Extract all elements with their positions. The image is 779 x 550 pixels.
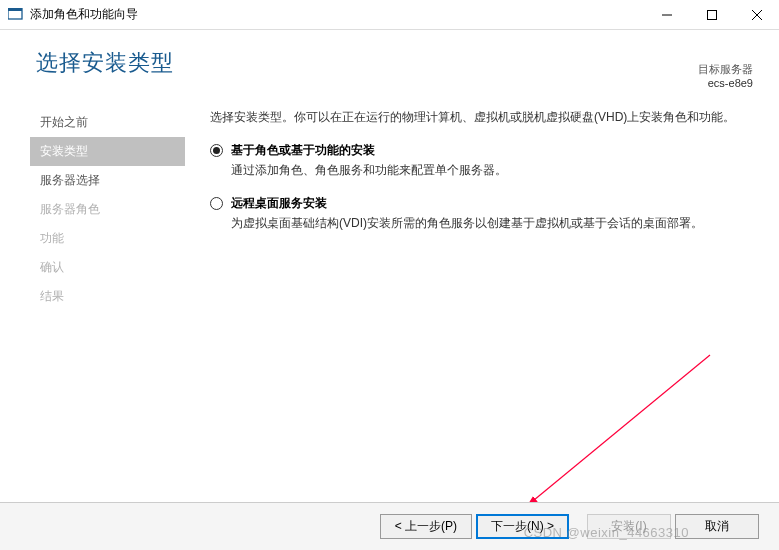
main-panel: 选择安装类型。你可以在正在运行的物理计算机、虚拟机或脱机虚拟硬盘(VHD)上安装… xyxy=(210,108,759,248)
install-button: 安装(I) xyxy=(587,514,671,539)
option-desc: 通过添加角色、角色服务和功能来配置单个服务器。 xyxy=(231,161,759,179)
svg-rect-1 xyxy=(8,8,22,11)
minimize-button[interactable] xyxy=(644,0,689,29)
annotation-arrow xyxy=(510,350,720,515)
header: 选择安装类型 xyxy=(36,48,759,78)
option-role-based[interactable]: 基于角色或基于功能的安装 通过添加角色、角色服务和功能来配置单个服务器。 xyxy=(210,142,759,179)
instruction-text: 选择安装类型。你可以在正在运行的物理计算机、虚拟机或脱机虚拟硬盘(VHD)上安装… xyxy=(210,108,759,126)
page-title: 选择安装类型 xyxy=(36,48,759,78)
titlebar: 添加角色和功能向导 xyxy=(0,0,779,30)
option-title: 基于角色或基于功能的安装 xyxy=(231,142,759,159)
option-body: 远程桌面服务安装 为虚拟桌面基础结构(VDI)安装所需的角色服务以创建基于虚拟机… xyxy=(231,195,759,232)
radio-icon[interactable] xyxy=(210,144,223,157)
window-title: 添加角色和功能向导 xyxy=(30,6,644,23)
sidebar-item-confirmation: 确认 xyxy=(30,253,185,282)
sidebar-item-server-selection[interactable]: 服务器选择 xyxy=(30,166,185,195)
sidebar-item-before-you-begin[interactable]: 开始之前 xyxy=(30,108,185,137)
sidebar-item-features: 功能 xyxy=(30,224,185,253)
target-name: ecs-e8e9 xyxy=(698,77,753,89)
target-label: 目标服务器 xyxy=(698,62,753,77)
footer: < 上一步(P) 下一步(N) > 安装(I) 取消 xyxy=(0,502,779,550)
close-button[interactable] xyxy=(734,0,779,29)
sidebar-item-results: 结果 xyxy=(30,282,185,311)
option-desc: 为虚拟桌面基础结构(VDI)安装所需的角色服务以创建基于虚拟机或基于会话的桌面部… xyxy=(231,214,759,232)
next-button[interactable]: 下一步(N) > xyxy=(476,514,569,539)
app-icon xyxy=(8,8,24,22)
sidebar-item-installation-type[interactable]: 安装类型 xyxy=(30,137,185,166)
svg-rect-3 xyxy=(707,10,716,19)
sidebar-item-server-roles: 服务器角色 xyxy=(30,195,185,224)
cancel-button[interactable]: 取消 xyxy=(675,514,759,539)
prev-button[interactable]: < 上一步(P) xyxy=(380,514,472,539)
radio-icon[interactable] xyxy=(210,197,223,210)
target-server-info: 目标服务器 ecs-e8e9 xyxy=(698,62,753,89)
option-remote-desktop[interactable]: 远程桌面服务安装 为虚拟桌面基础结构(VDI)安装所需的角色服务以创建基于虚拟机… xyxy=(210,195,759,232)
window-controls xyxy=(644,0,779,29)
svg-line-6 xyxy=(528,355,710,505)
option-title: 远程桌面服务安装 xyxy=(231,195,759,212)
option-body: 基于角色或基于功能的安装 通过添加角色、角色服务和功能来配置单个服务器。 xyxy=(231,142,759,179)
maximize-button[interactable] xyxy=(689,0,734,29)
sidebar: 开始之前 安装类型 服务器选择 服务器角色 功能 确认 结果 xyxy=(30,108,185,311)
